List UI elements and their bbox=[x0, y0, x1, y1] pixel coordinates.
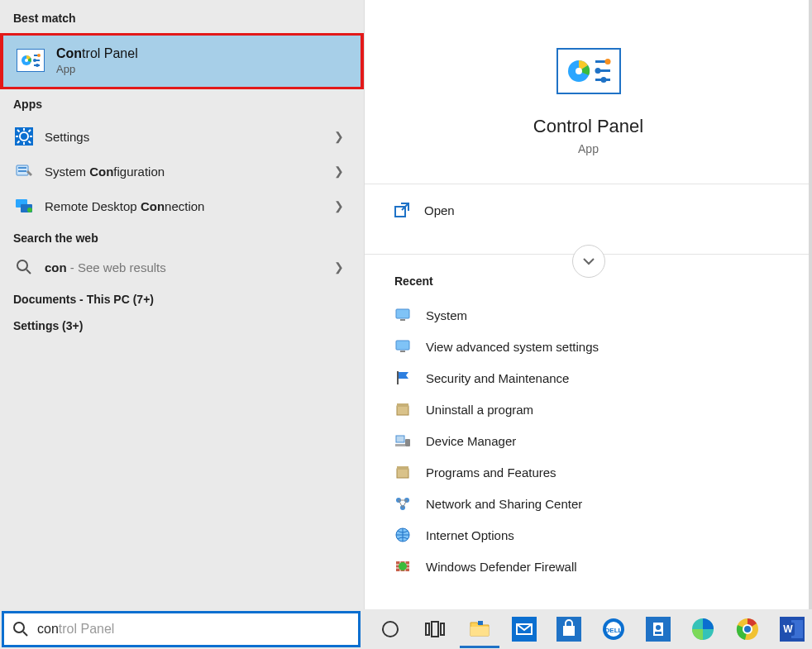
control-panel-icon bbox=[17, 49, 45, 72]
chevron-right-icon: ❯ bbox=[334, 199, 351, 212]
recent-item-network[interactable]: Network and Sharing Center bbox=[394, 488, 795, 519]
recent-item-internet-options[interactable]: Internet Options bbox=[394, 519, 795, 551]
svg-rect-42 bbox=[397, 403, 408, 407]
svg-point-83 bbox=[744, 626, 751, 632]
svg-text:W: W bbox=[783, 623, 793, 635]
svg-rect-20 bbox=[18, 170, 26, 172]
taskbar-edge[interactable] bbox=[683, 610, 723, 648]
app-result-system-configuration[interactable]: System Configuration ❯ bbox=[0, 154, 364, 188]
svg-rect-64 bbox=[426, 623, 429, 635]
svg-rect-40 bbox=[397, 371, 399, 384]
recent-item-firewall[interactable]: Windows Defender Firewall bbox=[394, 551, 795, 582]
device-icon bbox=[394, 432, 411, 449]
svg-point-61 bbox=[14, 623, 24, 632]
documents-heading[interactable]: Documents - This PC (7+) bbox=[0, 284, 364, 311]
svg-rect-68 bbox=[478, 621, 483, 625]
recent-item-security[interactable]: Security and Maintenance bbox=[394, 362, 795, 394]
svg-point-31 bbox=[595, 68, 600, 74]
search-input[interactable]: control Panel bbox=[37, 622, 114, 637]
system-configuration-icon bbox=[15, 162, 33, 180]
monitor-icon bbox=[394, 307, 411, 323]
svg-rect-45 bbox=[395, 444, 405, 446]
best-match-result[interactable]: Control Panel App bbox=[0, 33, 364, 89]
apps-heading: Apps bbox=[0, 89, 364, 119]
preview-subtitle: App bbox=[578, 142, 599, 155]
search-icon bbox=[15, 258, 33, 276]
web-result[interactable]: con - See web results ❯ bbox=[0, 250, 364, 284]
best-match-title: Control Panel bbox=[56, 45, 138, 61]
svg-point-24 bbox=[17, 260, 27, 270]
svg-rect-39 bbox=[400, 351, 405, 352]
chevron-right-icon: ❯ bbox=[334, 260, 351, 274]
svg-rect-38 bbox=[396, 341, 409, 350]
svg-line-62 bbox=[23, 632, 27, 636]
box-icon bbox=[394, 464, 411, 480]
network-icon bbox=[394, 495, 411, 512]
taskbar-cortana[interactable] bbox=[370, 610, 410, 648]
svg-point-33 bbox=[600, 77, 606, 83]
svg-line-25 bbox=[26, 270, 31, 274]
taskbar-chrome[interactable] bbox=[728, 610, 767, 648]
chevron-down-icon bbox=[582, 255, 595, 268]
recent-item-programs[interactable]: Programs and Features bbox=[394, 456, 795, 488]
best-match-heading: Best match bbox=[0, 3, 364, 33]
taskbar-store[interactable] bbox=[549, 610, 589, 648]
recent-item-device-manager[interactable]: Device Manager bbox=[394, 425, 795, 456]
search-results-pane: Best match bbox=[0, 0, 364, 609]
preview-pane: Control Panel App Open Recent System bbox=[364, 0, 812, 609]
recent-heading: Recent bbox=[394, 274, 795, 288]
svg-rect-72 bbox=[563, 626, 575, 636]
taskbar-task-view[interactable] bbox=[415, 610, 455, 648]
chevron-right-icon: ❯ bbox=[334, 130, 351, 143]
chevron-right-icon: ❯ bbox=[334, 165, 351, 178]
svg-point-63 bbox=[383, 622, 398, 637]
svg-point-5 bbox=[33, 59, 36, 62]
svg-point-60 bbox=[399, 562, 407, 570]
recent-item-system[interactable]: System bbox=[394, 299, 795, 331]
taskbar-file-explorer[interactable] bbox=[460, 610, 499, 648]
recent-item-uninstall[interactable]: Uninstall a program bbox=[394, 394, 795, 425]
app-result-settings[interactable]: Settings ❯ bbox=[0, 119, 364, 154]
app-result-remote-desktop[interactable]: Remote Desktop Connection ❯ bbox=[0, 188, 364, 223]
open-icon bbox=[394, 203, 409, 217]
svg-rect-79 bbox=[655, 632, 662, 634]
svg-point-1 bbox=[25, 59, 28, 62]
control-panel-large-icon bbox=[556, 48, 621, 94]
globe-icon bbox=[394, 527, 411, 543]
recent-item-advanced-settings[interactable]: View advanced system settings bbox=[394, 331, 795, 362]
settings-icon bbox=[15, 127, 33, 146]
svg-rect-67 bbox=[470, 627, 489, 636]
svg-rect-41 bbox=[397, 406, 408, 415]
taskbar-word[interactable]: W bbox=[772, 610, 812, 648]
flag-icon bbox=[394, 370, 411, 386]
taskbar-ms-app[interactable] bbox=[638, 610, 678, 648]
svg-point-7 bbox=[36, 64, 39, 67]
expand-button[interactable] bbox=[572, 245, 605, 278]
taskbar-search-box[interactable]: control Panel bbox=[2, 611, 361, 647]
svg-rect-44 bbox=[405, 439, 410, 446]
box-icon bbox=[394, 401, 411, 418]
svg-rect-37 bbox=[400, 319, 405, 321]
firewall-icon bbox=[394, 558, 411, 575]
remote-desktop-icon bbox=[15, 197, 33, 215]
scrollbar[interactable] bbox=[809, 0, 812, 609]
settings-results-heading[interactable]: Settings (3+) bbox=[0, 311, 364, 337]
svg-rect-66 bbox=[441, 623, 444, 635]
svg-rect-47 bbox=[397, 466, 408, 470]
svg-rect-19 bbox=[18, 167, 26, 169]
search-web-heading: Search the web bbox=[0, 223, 364, 250]
svg-point-78 bbox=[656, 625, 661, 630]
taskbar-mail[interactable] bbox=[504, 610, 544, 648]
svg-text:DELL: DELL bbox=[605, 627, 623, 634]
svg-rect-46 bbox=[397, 469, 408, 478]
svg-rect-43 bbox=[396, 436, 404, 442]
best-match-subtitle: App bbox=[56, 63, 138, 75]
svg-point-27 bbox=[576, 68, 582, 74]
svg-rect-65 bbox=[432, 622, 438, 637]
preview-title: Control Panel bbox=[533, 116, 643, 137]
open-action[interactable]: Open bbox=[365, 184, 812, 236]
taskbar: control Panel DELL W bbox=[0, 609, 812, 649]
taskbar-dell[interactable]: DELL bbox=[594, 610, 633, 648]
monitor-icon bbox=[394, 338, 411, 355]
svg-point-23 bbox=[27, 208, 32, 212]
